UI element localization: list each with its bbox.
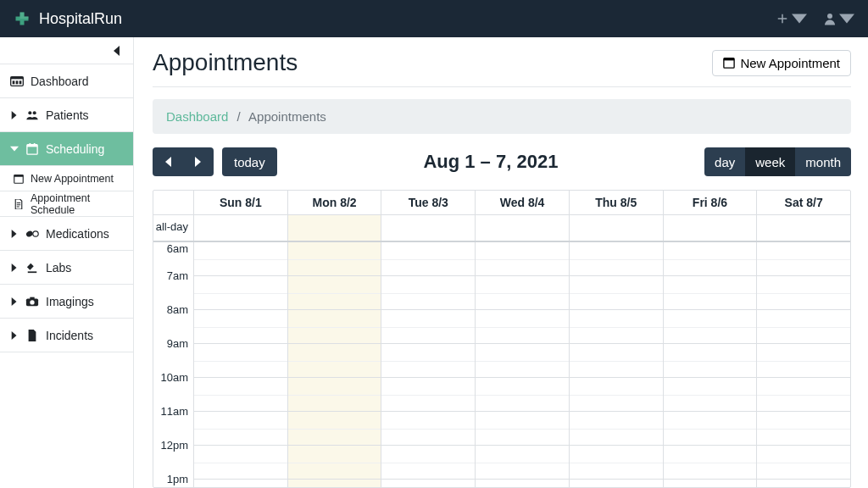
day-header[interactable]: Sat 8/7 (757, 191, 850, 214)
new-appointment-button[interactable]: New Appointment (712, 50, 851, 76)
day-header[interactable]: Tue 8/3 (381, 191, 476, 214)
sidebar-subitem-new-appointment[interactable]: New Appointment (0, 166, 133, 191)
sidebar-item-dashboard[interactable]: Dashboard (0, 64, 133, 98)
breadcrumb-root[interactable]: Dashboard (166, 109, 228, 124)
time-slot[interactable] (664, 310, 758, 344)
sidebar-collapse[interactable] (0, 37, 133, 64)
next-button[interactable] (183, 147, 214, 176)
sidebar-item-medications[interactable]: Medications (0, 217, 133, 251)
time-slot[interactable] (570, 242, 664, 276)
time-slot[interactable] (664, 446, 758, 480)
time-slot[interactable] (570, 446, 664, 480)
time-slot[interactable] (757, 412, 850, 446)
view-month-button[interactable]: month (795, 147, 851, 176)
time-slot[interactable] (570, 310, 664, 344)
allday-cell[interactable] (757, 215, 850, 241)
time-slot[interactable] (757, 242, 850, 276)
svg-rect-10 (30, 143, 31, 147)
time-slot[interactable] (476, 412, 570, 446)
time-slot[interactable] (570, 378, 664, 412)
time-slot[interactable] (288, 276, 382, 310)
time-slot[interactable] (476, 242, 570, 276)
time-slot[interactable] (288, 412, 382, 446)
day-header[interactable]: Wed 8/4 (476, 191, 570, 214)
time-slot[interactable] (288, 378, 382, 412)
sidebar-subitem-appointment-schedule[interactable]: Appointment Schedule (0, 191, 133, 217)
day-header[interactable]: Thu 8/5 (570, 191, 664, 214)
sidebar-item-imagings[interactable]: Imagings (0, 285, 133, 319)
allday-cell[interactable] (570, 215, 664, 241)
svg-rect-2 (11, 76, 24, 79)
time-slot[interactable] (194, 412, 288, 446)
time-slot[interactable] (757, 446, 850, 480)
time-slot[interactable] (194, 242, 288, 276)
time-slot[interactable] (288, 310, 382, 344)
time-slot[interactable] (664, 276, 758, 310)
time-slot[interactable] (570, 412, 664, 446)
time-slot[interactable] (757, 480, 850, 487)
document-icon (25, 330, 39, 341)
time-slot[interactable] (757, 310, 850, 344)
sidebar-label: Imagings (46, 295, 94, 308)
time-slot[interactable] (476, 344, 570, 378)
time-slot[interactable] (664, 480, 758, 487)
time-slot[interactable] (757, 276, 850, 310)
add-menu[interactable] (775, 11, 807, 26)
time-slot[interactable] (757, 378, 850, 412)
time-slot[interactable] (381, 276, 476, 310)
sidebar-label: Scheduling (46, 142, 104, 156)
day-header[interactable]: Sun 8/1 (194, 191, 288, 214)
calendar-icon (14, 174, 24, 184)
time-slot[interactable] (381, 310, 476, 344)
time-slot[interactable] (381, 446, 476, 480)
topbar: HospitalRun (0, 0, 868, 37)
view-week-button[interactable]: week (745, 147, 795, 176)
time-slot[interactable] (194, 276, 288, 310)
prev-button[interactable] (153, 147, 183, 176)
time-slot[interactable] (476, 480, 570, 487)
allday-cell[interactable] (476, 215, 570, 241)
time-slot[interactable] (664, 412, 758, 446)
time-slot[interactable] (664, 344, 758, 378)
time-slot[interactable] (570, 276, 664, 310)
time-slot[interactable] (194, 480, 288, 487)
time-slot[interactable] (194, 310, 288, 344)
today-button[interactable]: today (222, 147, 277, 176)
time-slot[interactable] (381, 242, 476, 276)
sidebar-label: Incidents (46, 329, 93, 342)
allday-cell[interactable] (288, 215, 382, 241)
time-slot[interactable] (288, 344, 382, 378)
sidebar-item-labs[interactable]: Labs (0, 251, 133, 285)
time-slot[interactable] (381, 344, 476, 378)
time-slot[interactable] (664, 242, 758, 276)
time-slot[interactable] (194, 446, 288, 480)
day-header[interactable]: Fri 8/6 (664, 191, 758, 214)
sidebar-item-incidents[interactable]: Incidents (0, 319, 133, 352)
time-slot[interactable] (381, 480, 476, 487)
svg-rect-11 (34, 143, 36, 147)
time-slot[interactable] (476, 446, 570, 480)
allday-cell[interactable] (664, 215, 758, 241)
time-slot[interactable] (194, 378, 288, 412)
time-slot[interactable] (381, 412, 476, 446)
time-slot[interactable] (664, 378, 758, 412)
time-slot[interactable] (476, 310, 570, 344)
allday-cell[interactable] (194, 215, 288, 241)
allday-cell[interactable] (381, 215, 476, 241)
sidebar-item-scheduling[interactable]: Scheduling (0, 132, 133, 166)
chevron-right-icon (10, 111, 19, 119)
time-slot[interactable] (288, 446, 382, 480)
time-slot[interactable] (476, 276, 570, 310)
view-day-button[interactable]: day (704, 147, 745, 176)
time-slot[interactable] (570, 480, 664, 487)
time-slot[interactable] (476, 378, 570, 412)
time-slot[interactable] (194, 344, 288, 378)
user-menu[interactable] (822, 11, 854, 26)
time-slot[interactable] (288, 242, 382, 276)
time-slot[interactable] (570, 344, 664, 378)
time-slot[interactable] (288, 480, 382, 487)
time-slot[interactable] (381, 378, 476, 412)
time-slot[interactable] (757, 344, 850, 378)
sidebar-item-patients[interactable]: Patients (0, 98, 133, 132)
day-header[interactable]: Mon 8/2 (288, 191, 382, 214)
